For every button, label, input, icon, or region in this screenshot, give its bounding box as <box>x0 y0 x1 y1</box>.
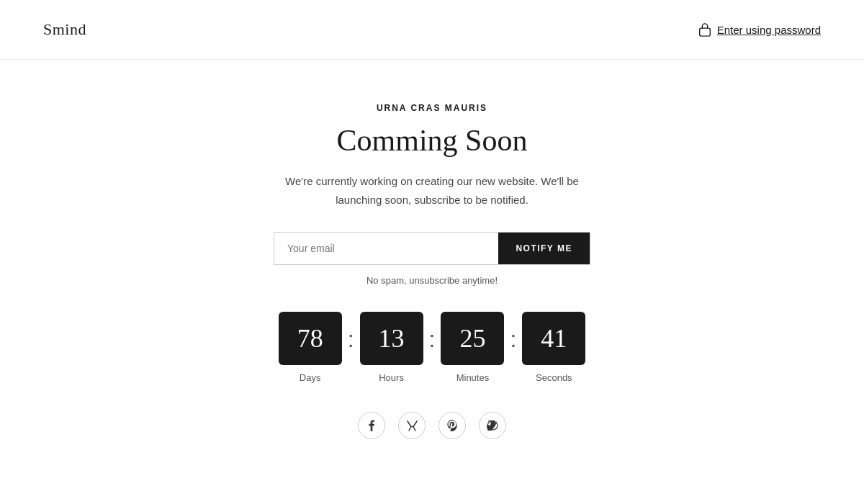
enter-password-label: Enter using password <box>717 24 821 36</box>
page-title: Comming Soon <box>337 123 528 158</box>
page-subtitle: URNA CRAS MAURIS <box>377 103 487 113</box>
days-unit: 78 Days <box>279 312 342 383</box>
enter-password-link[interactable]: Enter using password <box>698 22 821 37</box>
social-links <box>358 412 506 439</box>
facebook-icon <box>366 420 377 431</box>
seconds-value: 41 <box>522 312 585 365</box>
minutes-unit: 25 Minutes <box>441 312 504 383</box>
separator-2: : <box>429 312 436 353</box>
pinterest-link[interactable] <box>438 412 466 439</box>
notify-me-button[interactable]: NOTIFY ME <box>498 233 590 264</box>
lock-icon <box>698 22 711 37</box>
hours-label: Hours <box>379 372 404 383</box>
separator-3: : <box>510 312 516 353</box>
svg-rect-0 <box>699 28 710 36</box>
countdown-timer: 78 Days : 13 Hours : 25 Minutes : 41 Sec… <box>279 312 586 383</box>
minutes-label: Minutes <box>456 372 490 383</box>
no-spam-notice: No spam, unsubscribe anytime! <box>366 275 498 286</box>
minutes-value: 25 <box>441 312 504 365</box>
email-input[interactable] <box>274 233 498 264</box>
days-value: 78 <box>279 312 342 365</box>
email-form: NOTIFY ME <box>274 232 590 265</box>
twitter-x-icon <box>407 420 418 431</box>
pinterest-icon <box>447 420 457 432</box>
facebook-link[interactable] <box>358 412 385 439</box>
twitter-link[interactable] <box>398 412 426 439</box>
hours-unit: 13 Hours <box>360 312 423 383</box>
separator-1: : <box>348 312 354 353</box>
vimeo-icon <box>487 420 498 431</box>
seconds-label: Seconds <box>536 372 572 383</box>
seconds-unit: 41 Seconds <box>522 312 585 383</box>
site-logo: Smind <box>43 20 86 39</box>
hours-value: 13 <box>360 312 423 365</box>
page-description: We're currently working on creating our … <box>285 172 579 209</box>
days-label: Days <box>300 372 321 383</box>
vimeo-link[interactable] <box>479 412 506 439</box>
